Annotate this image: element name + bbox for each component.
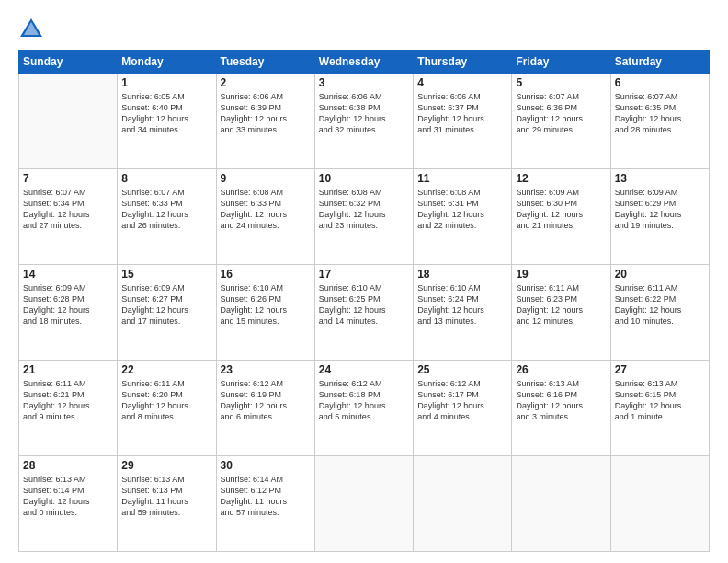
day-info: Sunrise: 6:11 AM Sunset: 6:22 PM Dayligh… — [615, 282, 705, 327]
day-number: 24 — [319, 363, 409, 376]
day-number: 26 — [516, 363, 606, 376]
day-info: Sunrise: 6:13 AM Sunset: 6:13 PM Dayligh… — [121, 474, 211, 519]
weekday-header: Thursday — [414, 51, 512, 74]
day-info: Sunrise: 6:08 AM Sunset: 6:31 PM Dayligh… — [417, 187, 507, 232]
day-number: 7 — [23, 172, 113, 185]
day-info: Sunrise: 6:06 AM Sunset: 6:39 PM Dayligh… — [221, 91, 311, 136]
calendar-cell: 28Sunrise: 6:13 AM Sunset: 6:14 PM Dayli… — [19, 456, 118, 552]
calendar-cell: 15Sunrise: 6:09 AM Sunset: 6:27 PM Dayli… — [118, 265, 216, 361]
day-info: Sunrise: 6:09 AM Sunset: 6:28 PM Dayligh… — [23, 282, 113, 327]
day-info: Sunrise: 6:14 AM Sunset: 6:12 PM Dayligh… — [221, 474, 311, 519]
calendar-cell: 11Sunrise: 6:08 AM Sunset: 6:31 PM Dayli… — [414, 169, 512, 265]
calendar-cell: 27Sunrise: 6:13 AM Sunset: 6:15 PM Dayli… — [610, 361, 709, 456]
calendar-cell: 16Sunrise: 6:10 AM Sunset: 6:26 PM Dayli… — [216, 265, 314, 361]
calendar-cell: 9Sunrise: 6:08 AM Sunset: 6:33 PM Daylig… — [216, 169, 314, 265]
day-number: 4 — [417, 76, 507, 89]
calendar-week-row: 1Sunrise: 6:05 AM Sunset: 6:40 PM Daylig… — [19, 74, 710, 169]
calendar-cell: 7Sunrise: 6:07 AM Sunset: 6:34 PM Daylig… — [19, 169, 118, 265]
day-number: 9 — [221, 172, 311, 185]
calendar-cell — [414, 456, 512, 552]
day-info: Sunrise: 6:11 AM Sunset: 6:23 PM Dayligh… — [516, 282, 606, 327]
day-number: 3 — [319, 76, 409, 89]
day-number: 5 — [516, 76, 606, 89]
weekday-header: Wednesday — [314, 51, 413, 74]
day-number: 8 — [121, 172, 211, 185]
day-info: Sunrise: 6:10 AM Sunset: 6:26 PM Dayligh… — [221, 282, 311, 327]
calendar-cell: 2Sunrise: 6:06 AM Sunset: 6:39 PM Daylig… — [216, 74, 314, 169]
day-info: Sunrise: 6:13 AM Sunset: 6:15 PM Dayligh… — [615, 378, 705, 423]
calendar-table: SundayMondayTuesdayWednesdayThursdayFrid… — [18, 50, 710, 552]
day-info: Sunrise: 6:11 AM Sunset: 6:21 PM Dayligh… — [23, 378, 113, 423]
calendar-cell: 5Sunrise: 6:07 AM Sunset: 6:36 PM Daylig… — [512, 74, 610, 169]
calendar-cell: 12Sunrise: 6:09 AM Sunset: 6:30 PM Dayli… — [512, 169, 610, 265]
calendar-cell: 8Sunrise: 6:07 AM Sunset: 6:33 PM Daylig… — [118, 169, 216, 265]
page: SundayMondayTuesdayWednesdayThursdayFrid… — [0, 0, 728, 563]
calendar-week-row: 28Sunrise: 6:13 AM Sunset: 6:14 PM Dayli… — [19, 456, 710, 552]
day-number: 11 — [417, 172, 507, 185]
day-info: Sunrise: 6:07 AM Sunset: 6:35 PM Dayligh… — [615, 91, 705, 136]
day-info: Sunrise: 6:09 AM Sunset: 6:30 PM Dayligh… — [516, 187, 606, 232]
calendar-cell: 26Sunrise: 6:13 AM Sunset: 6:16 PM Dayli… — [512, 361, 610, 456]
day-number: 15 — [121, 268, 211, 281]
day-info: Sunrise: 6:12 AM Sunset: 6:18 PM Dayligh… — [319, 378, 409, 423]
day-number: 18 — [417, 268, 507, 281]
day-info: Sunrise: 6:09 AM Sunset: 6:29 PM Dayligh… — [615, 187, 705, 232]
weekday-header: Sunday — [19, 51, 118, 74]
calendar-cell — [19, 74, 118, 169]
day-info: Sunrise: 6:09 AM Sunset: 6:27 PM Dayligh… — [121, 282, 211, 327]
day-info: Sunrise: 6:13 AM Sunset: 6:14 PM Dayligh… — [23, 474, 113, 519]
calendar-cell: 18Sunrise: 6:10 AM Sunset: 6:24 PM Dayli… — [414, 265, 512, 361]
day-info: Sunrise: 6:10 AM Sunset: 6:25 PM Dayligh… — [319, 282, 409, 327]
calendar-cell: 29Sunrise: 6:13 AM Sunset: 6:13 PM Dayli… — [118, 456, 216, 552]
day-number: 19 — [516, 268, 606, 281]
logo-icon — [18, 17, 44, 42]
day-info: Sunrise: 6:12 AM Sunset: 6:19 PM Dayligh… — [221, 378, 311, 423]
calendar-cell: 3Sunrise: 6:06 AM Sunset: 6:38 PM Daylig… — [314, 74, 413, 169]
calendar-cell: 14Sunrise: 6:09 AM Sunset: 6:28 PM Dayli… — [19, 265, 118, 361]
day-number: 17 — [319, 268, 409, 281]
calendar-cell: 13Sunrise: 6:09 AM Sunset: 6:29 PM Dayli… — [610, 169, 709, 265]
day-info: Sunrise: 6:07 AM Sunset: 6:33 PM Dayligh… — [121, 187, 211, 232]
calendar-cell: 20Sunrise: 6:11 AM Sunset: 6:22 PM Dayli… — [610, 265, 709, 361]
day-number: 1 — [121, 76, 211, 89]
calendar-cell: 25Sunrise: 6:12 AM Sunset: 6:17 PM Dayli… — [414, 361, 512, 456]
calendar-cell: 1Sunrise: 6:05 AM Sunset: 6:40 PM Daylig… — [118, 74, 216, 169]
day-info: Sunrise: 6:07 AM Sunset: 6:34 PM Dayligh… — [23, 187, 113, 232]
day-number: 13 — [615, 172, 705, 185]
day-number: 27 — [615, 363, 705, 376]
calendar-cell: 22Sunrise: 6:11 AM Sunset: 6:20 PM Dayli… — [118, 361, 216, 456]
calendar-cell: 17Sunrise: 6:10 AM Sunset: 6:25 PM Dayli… — [314, 265, 413, 361]
calendar-cell: 10Sunrise: 6:08 AM Sunset: 6:32 PM Dayli… — [314, 169, 413, 265]
day-number: 6 — [615, 76, 705, 89]
calendar-cell: 21Sunrise: 6:11 AM Sunset: 6:21 PM Dayli… — [19, 361, 118, 456]
day-number: 2 — [221, 76, 311, 89]
day-number: 12 — [516, 172, 606, 185]
calendar-cell: 23Sunrise: 6:12 AM Sunset: 6:19 PM Dayli… — [216, 361, 314, 456]
day-number: 28 — [23, 459, 113, 472]
header — [18, 17, 710, 42]
day-number: 21 — [23, 363, 113, 376]
day-info: Sunrise: 6:08 AM Sunset: 6:33 PM Dayligh… — [221, 187, 311, 232]
weekday-header: Monday — [118, 51, 216, 74]
calendar-week-row: 21Sunrise: 6:11 AM Sunset: 6:21 PM Dayli… — [19, 361, 710, 456]
calendar-cell: 4Sunrise: 6:06 AM Sunset: 6:37 PM Daylig… — [414, 74, 512, 169]
day-info: Sunrise: 6:13 AM Sunset: 6:16 PM Dayligh… — [516, 378, 606, 423]
day-number: 30 — [221, 459, 311, 472]
calendar-cell — [512, 456, 610, 552]
calendar-cell: 6Sunrise: 6:07 AM Sunset: 6:35 PM Daylig… — [610, 74, 709, 169]
day-info: Sunrise: 6:12 AM Sunset: 6:17 PM Dayligh… — [417, 378, 507, 423]
day-number: 23 — [221, 363, 311, 376]
calendar-week-row: 14Sunrise: 6:09 AM Sunset: 6:28 PM Dayli… — [19, 265, 710, 361]
day-info: Sunrise: 6:06 AM Sunset: 6:38 PM Dayligh… — [319, 91, 409, 136]
day-number: 29 — [121, 459, 211, 472]
calendar-cell — [610, 456, 709, 552]
day-info: Sunrise: 6:05 AM Sunset: 6:40 PM Dayligh… — [121, 91, 211, 136]
weekday-header: Tuesday — [216, 51, 314, 74]
day-number: 14 — [23, 268, 113, 281]
day-info: Sunrise: 6:10 AM Sunset: 6:24 PM Dayligh… — [417, 282, 507, 327]
calendar-cell: 19Sunrise: 6:11 AM Sunset: 6:23 PM Dayli… — [512, 265, 610, 361]
calendar-cell: 24Sunrise: 6:12 AM Sunset: 6:18 PM Dayli… — [314, 361, 413, 456]
logo — [18, 17, 46, 42]
calendar-cell — [314, 456, 413, 552]
day-info: Sunrise: 6:06 AM Sunset: 6:37 PM Dayligh… — [417, 91, 507, 136]
